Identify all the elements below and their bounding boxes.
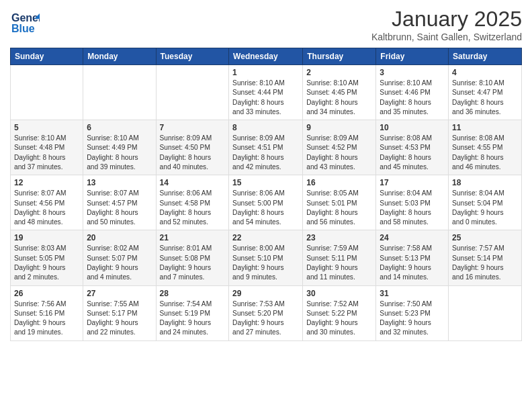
- day-info: Sunrise: 8:06 AM Sunset: 5:00 PM Dayligh…: [232, 189, 299, 227]
- table-row: 22Sunrise: 8:00 AM Sunset: 5:10 PM Dayli…: [229, 230, 303, 285]
- logo: General Blue: [10, 7, 40, 36]
- day-number: 18: [452, 178, 518, 187]
- col-friday: Friday: [376, 48, 449, 65]
- table-row: 4Sunrise: 8:10 AM Sunset: 4:47 PM Daylig…: [449, 65, 522, 120]
- day-number: 15: [232, 178, 299, 187]
- col-wednesday: Wednesday: [229, 48, 303, 65]
- day-info: Sunrise: 8:09 AM Sunset: 4:50 PM Dayligh…: [160, 134, 226, 172]
- day-info: Sunrise: 7:53 AM Sunset: 5:20 PM Dayligh…: [232, 300, 299, 338]
- calendar-week-row: 5Sunrise: 8:10 AM Sunset: 4:48 PM Daylig…: [11, 120, 522, 175]
- day-number: 28: [160, 289, 226, 298]
- table-row: [449, 285, 522, 340]
- calendar-week-row: 1Sunrise: 8:10 AM Sunset: 4:44 PM Daylig…: [11, 65, 522, 120]
- day-info: Sunrise: 7:56 AM Sunset: 5:16 PM Dayligh…: [14, 300, 79, 338]
- table-row: 17Sunrise: 8:04 AM Sunset: 5:03 PM Dayli…: [376, 175, 449, 230]
- table-row: 27Sunrise: 7:55 AM Sunset: 5:17 PM Dayli…: [83, 285, 156, 340]
- day-info: Sunrise: 8:10 AM Sunset: 4:45 PM Dayligh…: [306, 79, 372, 117]
- day-info: Sunrise: 7:59 AM Sunset: 5:11 PM Dayligh…: [306, 244, 372, 282]
- day-number: 3: [380, 68, 445, 77]
- table-row: 25Sunrise: 7:57 AM Sunset: 5:14 PM Dayli…: [449, 230, 522, 285]
- table-row: 10Sunrise: 8:08 AM Sunset: 4:53 PM Dayli…: [376, 120, 449, 175]
- day-number: 1: [232, 68, 299, 77]
- day-number: 2: [306, 68, 372, 77]
- day-info: Sunrise: 8:09 AM Sunset: 4:52 PM Dayligh…: [306, 134, 372, 172]
- day-info: Sunrise: 8:07 AM Sunset: 4:56 PM Dayligh…: [14, 189, 79, 227]
- day-number: 25: [452, 233, 518, 242]
- day-info: Sunrise: 8:06 AM Sunset: 4:58 PM Dayligh…: [160, 189, 226, 227]
- day-info: Sunrise: 8:04 AM Sunset: 5:04 PM Dayligh…: [452, 189, 518, 227]
- day-info: Sunrise: 8:10 AM Sunset: 4:49 PM Dayligh…: [87, 134, 152, 172]
- day-info: Sunrise: 7:58 AM Sunset: 5:13 PM Dayligh…: [380, 244, 445, 282]
- table-row: 3Sunrise: 8:10 AM Sunset: 4:46 PM Daylig…: [376, 65, 449, 120]
- table-row: 30Sunrise: 7:52 AM Sunset: 5:22 PM Dayli…: [303, 285, 376, 340]
- table-row: 11Sunrise: 8:08 AM Sunset: 4:55 PM Dayli…: [449, 120, 522, 175]
- day-info: Sunrise: 7:52 AM Sunset: 5:22 PM Dayligh…: [306, 300, 372, 338]
- day-info: Sunrise: 8:08 AM Sunset: 4:55 PM Dayligh…: [452, 134, 518, 172]
- day-info: Sunrise: 7:57 AM Sunset: 5:14 PM Dayligh…: [452, 244, 518, 282]
- day-info: Sunrise: 8:10 AM Sunset: 4:48 PM Dayligh…: [14, 134, 79, 172]
- day-number: 22: [232, 233, 299, 242]
- title-block: January 2025 Kaltbrunn, Saint Gallen, Sw…: [371, 7, 522, 42]
- calendar-subtitle: Kaltbrunn, Saint Gallen, Switzerland: [371, 32, 522, 42]
- day-number: 23: [306, 233, 372, 242]
- table-row: 14Sunrise: 8:06 AM Sunset: 4:58 PM Dayli…: [156, 175, 229, 230]
- table-row: 23Sunrise: 7:59 AM Sunset: 5:11 PM Dayli…: [303, 230, 376, 285]
- col-monday: Monday: [83, 48, 156, 65]
- day-info: Sunrise: 8:08 AM Sunset: 4:53 PM Dayligh…: [380, 134, 445, 172]
- col-tuesday: Tuesday: [156, 48, 229, 65]
- day-number: 27: [87, 289, 152, 298]
- day-info: Sunrise: 8:07 AM Sunset: 4:57 PM Dayligh…: [87, 189, 152, 227]
- svg-text:Blue: Blue: [11, 23, 35, 34]
- table-row: 12Sunrise: 8:07 AM Sunset: 4:56 PM Dayli…: [11, 175, 83, 230]
- col-sunday: Sunday: [11, 48, 83, 65]
- table-row: 9Sunrise: 8:09 AM Sunset: 4:52 PM Daylig…: [303, 120, 376, 175]
- table-row: 21Sunrise: 8:01 AM Sunset: 5:08 PM Dayli…: [156, 230, 229, 285]
- table-row: [83, 65, 156, 120]
- table-row: 31Sunrise: 7:50 AM Sunset: 5:23 PM Dayli…: [376, 285, 449, 340]
- day-number: 12: [14, 178, 79, 187]
- day-number: 30: [306, 289, 372, 298]
- day-info: Sunrise: 8:02 AM Sunset: 5:07 PM Dayligh…: [87, 244, 152, 282]
- day-number: 16: [306, 178, 372, 187]
- calendar-week-row: 12Sunrise: 8:07 AM Sunset: 4:56 PM Dayli…: [11, 175, 522, 230]
- day-number: 13: [87, 178, 152, 187]
- day-number: 5: [14, 123, 79, 132]
- day-number: 8: [232, 123, 299, 132]
- table-row: 20Sunrise: 8:02 AM Sunset: 5:07 PM Dayli…: [83, 230, 156, 285]
- day-info: Sunrise: 8:10 AM Sunset: 4:46 PM Dayligh…: [380, 79, 445, 117]
- day-number: 17: [380, 178, 445, 187]
- day-info: Sunrise: 8:09 AM Sunset: 4:51 PM Dayligh…: [232, 134, 299, 172]
- calendar-table: Sunday Monday Tuesday Wednesday Thursday…: [10, 48, 522, 341]
- table-row: 15Sunrise: 8:06 AM Sunset: 5:00 PM Dayli…: [229, 175, 303, 230]
- table-row: [156, 65, 229, 120]
- table-row: 16Sunrise: 8:05 AM Sunset: 5:01 PM Dayli…: [303, 175, 376, 230]
- day-info: Sunrise: 8:10 AM Sunset: 4:47 PM Dayligh…: [452, 79, 518, 117]
- table-row: 2Sunrise: 8:10 AM Sunset: 4:45 PM Daylig…: [303, 65, 376, 120]
- table-row: 18Sunrise: 8:04 AM Sunset: 5:04 PM Dayli…: [449, 175, 522, 230]
- col-saturday: Saturday: [449, 48, 522, 65]
- day-info: Sunrise: 8:04 AM Sunset: 5:03 PM Dayligh…: [380, 189, 445, 227]
- table-row: 8Sunrise: 8:09 AM Sunset: 4:51 PM Daylig…: [229, 120, 303, 175]
- calendar-title: January 2025: [371, 7, 522, 32]
- day-info: Sunrise: 8:10 AM Sunset: 4:44 PM Dayligh…: [232, 79, 299, 117]
- day-info: Sunrise: 7:54 AM Sunset: 5:19 PM Dayligh…: [160, 300, 226, 338]
- table-row: 6Sunrise: 8:10 AM Sunset: 4:49 PM Daylig…: [83, 120, 156, 175]
- day-number: 29: [232, 289, 299, 298]
- table-row: 13Sunrise: 8:07 AM Sunset: 4:57 PM Dayli…: [83, 175, 156, 230]
- table-row: 28Sunrise: 7:54 AM Sunset: 5:19 PM Dayli…: [156, 285, 229, 340]
- day-number: 6: [87, 123, 152, 132]
- header: General Blue January 2025 Kaltbrunn, Sai…: [10, 7, 522, 42]
- day-number: 10: [380, 123, 445, 132]
- logo-icon: General Blue: [10, 7, 40, 36]
- calendar-week-row: 19Sunrise: 8:03 AM Sunset: 5:05 PM Dayli…: [11, 230, 522, 285]
- table-row: 5Sunrise: 8:10 AM Sunset: 4:48 PM Daylig…: [11, 120, 83, 175]
- table-row: 29Sunrise: 7:53 AM Sunset: 5:20 PM Dayli…: [229, 285, 303, 340]
- day-info: Sunrise: 7:50 AM Sunset: 5:23 PM Dayligh…: [380, 300, 445, 338]
- table-row: 1Sunrise: 8:10 AM Sunset: 4:44 PM Daylig…: [229, 65, 303, 120]
- table-row: 24Sunrise: 7:58 AM Sunset: 5:13 PM Dayli…: [376, 230, 449, 285]
- table-row: 19Sunrise: 8:03 AM Sunset: 5:05 PM Dayli…: [11, 230, 83, 285]
- col-thursday: Thursday: [303, 48, 376, 65]
- table-row: 26Sunrise: 7:56 AM Sunset: 5:16 PM Dayli…: [11, 285, 83, 340]
- day-info: Sunrise: 8:00 AM Sunset: 5:10 PM Dayligh…: [232, 244, 299, 282]
- day-info: Sunrise: 8:03 AM Sunset: 5:05 PM Dayligh…: [14, 244, 79, 282]
